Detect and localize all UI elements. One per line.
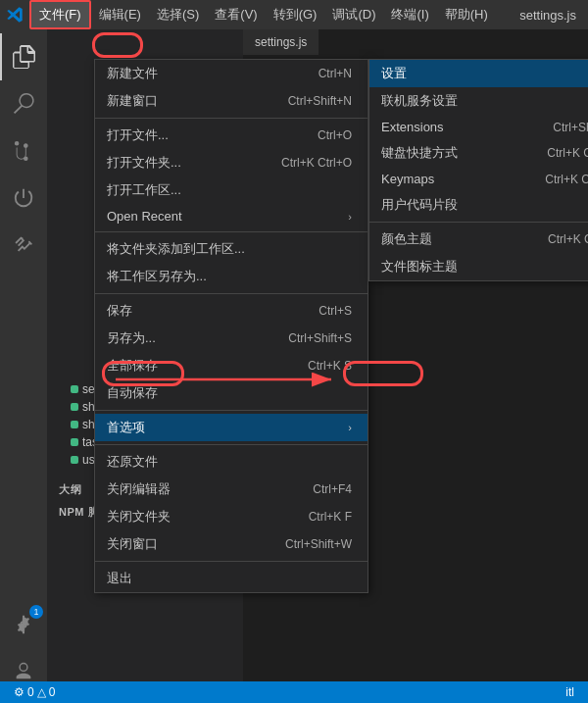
prefs-color-theme[interactable]: 颜色主题 Ctrl+K Ctrl+T bbox=[369, 226, 588, 253]
menu-auto-save[interactable]: 自动保存 bbox=[95, 379, 368, 407]
menu-add-folder-workspace[interactable]: 将文件夹添加到工作区... bbox=[95, 235, 368, 263]
menu-sep-4 bbox=[95, 410, 368, 411]
activity-bar bbox=[0, 29, 47, 703]
menu-open-workspace[interactable]: 打开工作区... bbox=[95, 176, 368, 204]
main-layout: secretRules.vue shareHistory.vue shareLi… bbox=[0, 29, 588, 703]
activity-extensions-icon[interactable] bbox=[0, 222, 47, 269]
activity-files-icon[interactable] bbox=[0, 33, 47, 80]
menu-save-workspace-as[interactable]: 将工作区另存为... bbox=[95, 263, 368, 290]
menu-new-window[interactable]: 新建窗口 Ctrl+Shift+N bbox=[95, 87, 368, 115]
vue-icon bbox=[71, 456, 78, 464]
menu-debug[interactable]: 调试(D) bbox=[324, 2, 383, 27]
warning-icon: △ bbox=[37, 685, 46, 699]
prefs-submenu: 设置 Ctrl+, 联机服务设置 Extensions Ctrl+Shift+X… bbox=[368, 59, 588, 281]
menu-close-editor[interactable]: 关闭编辑器 Ctrl+F4 bbox=[95, 476, 368, 503]
error-count: 0 bbox=[27, 685, 34, 699]
menu-open-recent[interactable]: Open Recent › bbox=[95, 204, 368, 228]
vue-icon bbox=[71, 421, 78, 428]
editor-tab[interactable]: settings.js bbox=[243, 29, 318, 55]
activity-debug-icon[interactable] bbox=[0, 175, 47, 222]
menu-open-file[interactable]: 打开文件... Ctrl+O bbox=[95, 122, 368, 149]
vue-icon bbox=[71, 438, 78, 446]
menu-goto[interactable]: 转到(G) bbox=[266, 2, 325, 27]
activity-search-icon[interactable] bbox=[0, 80, 47, 127]
menu-close-folder[interactable]: 关闭文件夹 Ctrl+K F bbox=[95, 503, 368, 530]
prefs-keyboard-shortcuts[interactable]: 键盘快捷方式 Ctrl+K Ctrl+S bbox=[369, 139, 588, 167]
menu-sep-5 bbox=[95, 444, 368, 445]
file-menu-dropdown: 新建文件 Ctrl+N 新建窗口 Ctrl+Shift+N 打开文件... Ct… bbox=[94, 59, 368, 593]
menu-sep-6 bbox=[95, 561, 368, 562]
vue-icon bbox=[71, 403, 78, 411]
warning-count: 0 bbox=[49, 685, 56, 699]
menu-terminal[interactable]: 终端(I) bbox=[383, 2, 436, 27]
menu-revert-file[interactable]: 还原文件 bbox=[95, 448, 368, 476]
window-title: settings.js bbox=[519, 8, 584, 23]
menu-sep-3 bbox=[95, 293, 368, 294]
menu-view[interactable]: 查看(V) bbox=[207, 2, 265, 27]
activity-source-control-icon[interactable] bbox=[0, 127, 47, 175]
tab-label: settings.js bbox=[255, 35, 307, 49]
statusbar-errors[interactable]: ⚙ 0 △ 0 bbox=[8, 685, 61, 699]
menu-new-file[interactable]: 新建文件 Ctrl+N bbox=[95, 60, 368, 87]
vscode-icon bbox=[4, 4, 25, 25]
menu-open-folder[interactable]: 打开文件夹... Ctrl+K Ctrl+O bbox=[95, 149, 368, 176]
prefs-extensions[interactable]: Extensions Ctrl+Shift+X bbox=[369, 115, 588, 139]
activity-settings-icon[interactable] bbox=[0, 601, 47, 648]
error-icon: ⚙ bbox=[14, 685, 24, 699]
menu-close-window[interactable]: 关闭窗口 Ctrl+Shift+W bbox=[95, 530, 368, 558]
prefs-sep bbox=[369, 222, 588, 223]
menu-edit[interactable]: 编辑(E) bbox=[91, 2, 149, 27]
menu-sep-2 bbox=[95, 231, 368, 232]
menu-help[interactable]: 帮助(H) bbox=[437, 2, 496, 27]
menu-save-all[interactable]: 全部保存 Ctrl+K S bbox=[95, 352, 368, 379]
prefs-file-icon-theme[interactable]: 文件图标主题 bbox=[369, 253, 588, 280]
menu-save-as[interactable]: 另存为... Ctrl+Shift+S bbox=[95, 325, 368, 352]
content-area: secretRules.vue shareHistory.vue shareLi… bbox=[47, 29, 588, 703]
vue-icon bbox=[71, 385, 78, 393]
statusbar: ⚙ 0 △ 0 itl bbox=[0, 681, 588, 703]
menu-save[interactable]: 保存 Ctrl+S bbox=[95, 297, 368, 325]
menu-file[interactable]: 文件(F) bbox=[29, 0, 91, 29]
statusbar-right: itl bbox=[560, 685, 580, 699]
menu-preferences[interactable]: 首选项 › bbox=[95, 414, 368, 441]
menubar: 文件(F) 编辑(E) 选择(S) 查看(V) 转到(G) 调试(D) 终端(I… bbox=[0, 0, 588, 29]
prefs-user-snippets[interactable]: 用户代码片段 bbox=[369, 191, 588, 219]
prefs-keymaps[interactable]: Keymaps Ctrl+K Ctrl+M bbox=[369, 167, 588, 191]
statusbar-itl: itl bbox=[560, 685, 580, 699]
menu-sep-1 bbox=[95, 118, 368, 119]
prefs-settings[interactable]: 设置 Ctrl+, bbox=[369, 60, 588, 87]
prefs-online-services[interactable]: 联机服务设置 bbox=[369, 87, 588, 115]
menu-select[interactable]: 选择(S) bbox=[149, 2, 207, 27]
menu-exit[interactable]: 退出 bbox=[95, 565, 368, 592]
